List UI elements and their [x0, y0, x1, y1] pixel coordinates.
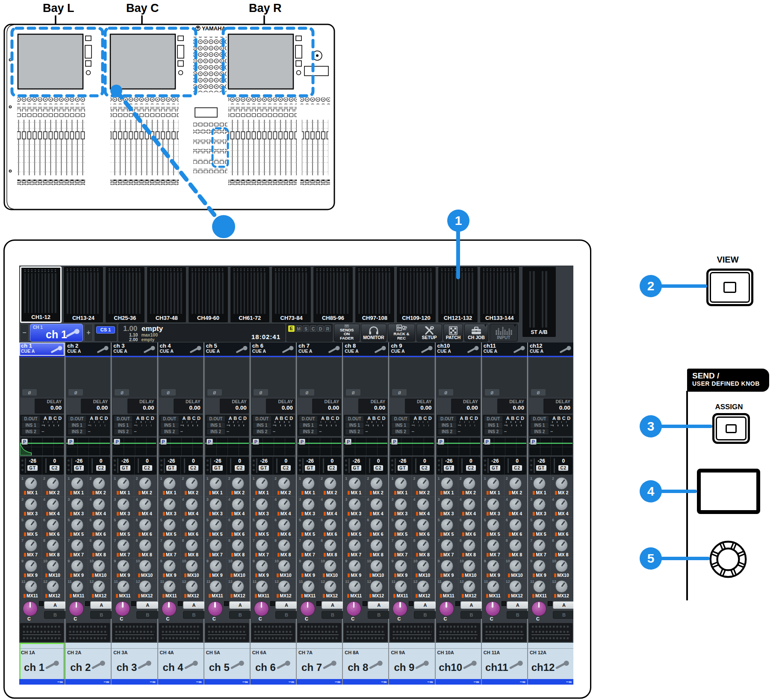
strip-header[interactable]: ch 9 CUE A [389, 343, 434, 357]
mx-send-knob[interactable] [139, 498, 151, 511]
insert-direct-out-section[interactable]: D.OUT ABCD INS 1 − INS 2 − [66, 415, 110, 436]
gate-section[interactable]: -26 GT [344, 457, 366, 475]
mx-send-cell[interactable]: 11 MX11 [483, 579, 505, 599]
mx-send-cell[interactable]: 4 MX 4 [551, 496, 572, 517]
user-defined-knob[interactable] [708, 539, 749, 580]
mx-send-cell[interactable]: 9 MX 9 [529, 558, 551, 579]
mx-send-cell[interactable]: 9 MX 9 [390, 558, 412, 579]
bus-a-button[interactable]: A [322, 601, 344, 609]
mx-send-knob[interactable] [210, 539, 222, 552]
mx-send-cell[interactable]: 2 MX 2 [505, 476, 526, 496]
mx-send-cell[interactable]: 8 MX 8 [319, 538, 341, 558]
mx-send-knob[interactable] [93, 539, 105, 552]
mx-send-knob[interactable] [487, 560, 499, 572]
channel-nameplate[interactable]: CH 9A ch 9 −∞ [389, 643, 434, 685]
sends-on-fader-button[interactable]: SENDS ON FADER [334, 324, 360, 342]
ch-job-button[interactable]: ▼ CH JOB [464, 324, 488, 342]
mx-send-knob[interactable] [210, 519, 222, 531]
channel-strip[interactable]: ch 3 CUE A ø DELAY 0.00 D.OUT ABCD INS 1 [112, 343, 157, 685]
mx-send-knob[interactable] [417, 477, 429, 490]
mx-send-knob[interactable] [139, 539, 151, 552]
dynamics-section[interactable]: -26 GT 0 C2 [251, 457, 295, 475]
mx-send-knob[interactable] [463, 539, 475, 552]
mx-send-cell[interactable]: 9 MX 9 [483, 558, 505, 579]
monitor-button[interactable]: MONITOR [361, 324, 387, 342]
mx-send-cell[interactable]: 9 MX 9 [344, 558, 366, 579]
meter-tab[interactable]: CH49-60 [188, 266, 228, 323]
mx-send-cell[interactable]: 11 MX11 [529, 579, 551, 599]
mx-send-cell[interactable]: 4 MX 4 [458, 496, 480, 517]
mx-send-cell[interactable]: 6 MX 6 [458, 517, 480, 538]
eq-graph[interactable]: P [251, 437, 295, 455]
dynamics-section[interactable]: -26 GT 0 C2 [112, 457, 156, 475]
mx-send-knob[interactable] [487, 519, 499, 531]
mx-send-cell[interactable]: 7 MX 7 [66, 538, 88, 558]
scene-display[interactable]: 1.00 empty 1.10 max100 2.00 empty 18:02:… [118, 324, 285, 342]
phase-button[interactable]: ø [254, 389, 268, 396]
pan-knob[interactable] [346, 601, 361, 616]
mx-send-knob[interactable] [533, 580, 546, 593]
mx-send-cell[interactable]: 10 MX10 [551, 558, 572, 579]
mx-send-cell[interactable]: 2 MX 2 [88, 476, 110, 496]
mx-send-cell[interactable]: 5 MX 5 [112, 517, 134, 538]
mx-send-cell[interactable]: 10 MX10 [181, 558, 203, 579]
mx-send-knob[interactable] [441, 539, 453, 552]
mx-send-cell[interactable]: 9 MX 9 [205, 558, 227, 579]
input-meter-button[interactable]: ▼ INPUT [490, 324, 518, 342]
insert-direct-out-section[interactable]: D.OUT ABCD INS 1 − INS 2 − [112, 415, 156, 436]
cs-badge[interactable]: CS 1 [96, 326, 115, 334]
mx-send-knob[interactable] [348, 477, 361, 490]
insert-direct-out-section[interactable]: D.OUT ABCD INS 1 − INS 2 − [529, 415, 572, 436]
mx-send-knob[interactable] [278, 539, 290, 552]
bus-a-button[interactable]: A [229, 601, 251, 609]
strip-header[interactable]: ch 4 CUE A [158, 343, 204, 357]
meter-tab[interactable]: CH13-24 [63, 266, 103, 323]
mx-send-knob[interactable] [256, 477, 268, 490]
mx-send-knob[interactable] [533, 477, 546, 490]
channel-strip[interactable]: ch 1 CUE A ø DELAY 0.00 D.OUT ABCD INS 1 [19, 343, 65, 685]
mx-send-cell[interactable]: 7 MX 7 [437, 538, 458, 558]
mx-send-knob[interactable] [324, 580, 336, 593]
bus-b-button[interactable]: B [229, 611, 251, 619]
mx-send-cell[interactable]: 8 MX 8 [273, 538, 295, 558]
mx-send-cell[interactable]: 9 MX 9 [112, 558, 134, 579]
bus-b-button[interactable]: B [322, 611, 344, 619]
gate-section[interactable]: -26 GT [251, 457, 273, 475]
mx-send-knob[interactable] [324, 560, 336, 572]
mx-send-cell[interactable]: 12 MX12 [505, 579, 526, 599]
mx-send-knob[interactable] [232, 519, 244, 531]
delay-section[interactable]: DELAY 0.00 [343, 398, 388, 415]
dynamics-section[interactable]: -26 GT 0 C2 [529, 457, 572, 475]
eq-p-button[interactable]: P [68, 439, 74, 445]
delay-section[interactable]: DELAY 0.00 [482, 398, 527, 415]
gate-section[interactable]: -26 GT [483, 457, 505, 475]
strip-header[interactable]: ch 3 CUE A [112, 343, 157, 357]
channel-strip[interactable]: ch 5 CUE A ø DELAY 0.00 D.OUT ABCD INS 1 [204, 343, 250, 685]
mx-send-cell[interactable]: 1 MX 1 [437, 476, 458, 496]
mx-send-cell[interactable]: 1 MX 1 [529, 476, 551, 496]
mx-send-cell[interactable]: 8 MX 8 [181, 538, 203, 558]
mx-send-knob[interactable] [555, 519, 568, 531]
mx-send-cell[interactable]: 4 MX 4 [273, 496, 295, 517]
mx-send-cell[interactable]: 5 MX 5 [344, 517, 366, 538]
mx-send-knob[interactable] [186, 580, 198, 593]
mx-send-knob[interactable] [93, 519, 105, 531]
mx-send-cell[interactable]: 2 MX 2 [366, 476, 387, 496]
delay-section[interactable]: DELAY 0.00 [204, 398, 250, 415]
st-ab-meter[interactable]: ST A/B [522, 266, 556, 337]
assign-button[interactable] [712, 413, 750, 444]
gate-section[interactable]: -26 GT [390, 457, 412, 475]
eq-p-button[interactable]: P [160, 439, 167, 445]
strip-header[interactable]: ch 5 CUE A [204, 343, 250, 357]
mx-send-cell[interactable]: 1 MX 1 [298, 476, 319, 496]
mx-send-knob[interactable] [163, 477, 176, 490]
mx-send-cell[interactable]: 5 MX 5 [437, 517, 458, 538]
mx-send-cell[interactable]: 1 MX 1 [205, 476, 227, 496]
patch-button[interactable]: PATCH [443, 324, 463, 342]
comp-section[interactable]: 0 C2 [366, 457, 388, 475]
eq-graph[interactable]: P [205, 437, 249, 455]
mx-send-cell[interactable]: 8 MX 8 [227, 538, 249, 558]
mx-send-cell[interactable]: 1 MX 1 [483, 476, 505, 496]
mx-send-cell[interactable]: 12 MX12 [366, 579, 387, 599]
mx-send-cell[interactable]: 5 MX 5 [205, 517, 227, 538]
